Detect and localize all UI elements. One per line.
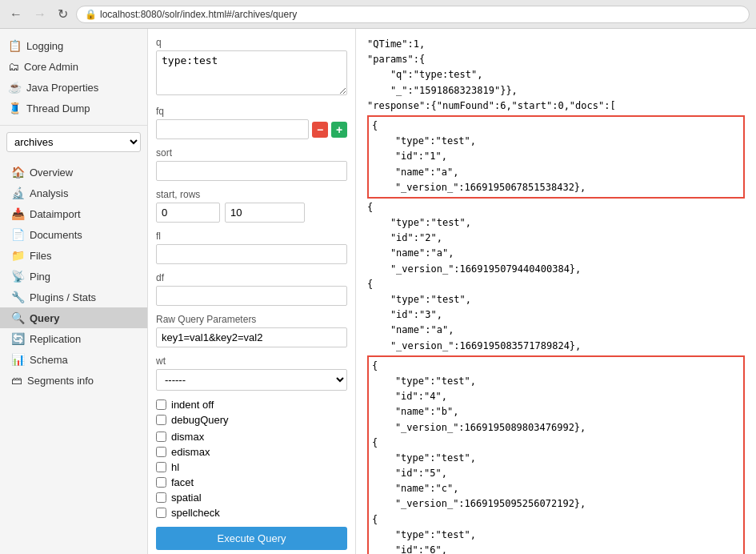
- doc-5: { "type":"test", "id":"5", "name":"c", "…: [372, 436, 740, 512]
- back-button[interactable]: ←: [6, 6, 26, 23]
- sidebar-nav-label: Plugins / Stats: [30, 291, 96, 303]
- files-icon: 📁: [11, 249, 25, 262]
- hl-row: hl: [156, 461, 347, 473]
- reload-button[interactable]: ↻: [54, 5, 71, 23]
- start-rows-group: start, rows: [156, 189, 347, 223]
- sidebar-item-logging[interactable]: 📋 Logging: [0, 35, 147, 56]
- dismax-label: dismax: [171, 431, 204, 443]
- core-select[interactable]: archives: [6, 132, 141, 152]
- dismax-checkbox[interactable]: [156, 432, 166, 442]
- sidebar-nav: 🏠 Overview 🔬 Analysis 📥 Dataimport 📄 Doc…: [0, 159, 147, 394]
- spatial-checkbox[interactable]: [156, 492, 166, 503]
- debug-query-checkbox[interactable]: [156, 415, 166, 425]
- sidebar-item-documents[interactable]: 📄 Documents: [0, 224, 147, 245]
- spellcheck-checkbox[interactable]: [156, 508, 166, 518]
- sidebar-item-replication[interactable]: 🔄 Replication: [0, 328, 147, 349]
- query-panel: q type:test fq − + sort start, rows: [148, 29, 356, 554]
- debug-query-label: debugQuery: [171, 414, 229, 426]
- sort-input[interactable]: [156, 161, 347, 181]
- results-panel: "QTime":1, "params":{ "q":"type:test", "…: [356, 29, 756, 554]
- fq-input[interactable]: [156, 119, 309, 139]
- overview-icon: 🏠: [11, 166, 25, 179]
- start-rows-label: start, rows: [156, 189, 347, 200]
- dismax-row: dismax: [156, 431, 347, 443]
- start-rows-inputs: [156, 203, 347, 223]
- df-label: df: [156, 272, 347, 283]
- fl-input[interactable]: [156, 244, 347, 264]
- plugins-icon: 🔧: [11, 291, 25, 303]
- sidebar-item-overview[interactable]: 🏠 Overview: [0, 162, 147, 183]
- wt-select[interactable]: ------ json xml csv python ruby php phps…: [156, 369, 347, 391]
- fq-add-button[interactable]: +: [331, 122, 347, 138]
- fq-remove-button[interactable]: −: [312, 122, 328, 138]
- sidebar-item-java-properties[interactable]: ☕ Java Properties: [0, 77, 147, 98]
- sidebar-nav-label: Query: [30, 312, 60, 324]
- doc-1-highlighted: { "type":"test", "id":"1", "name":"a", "…: [367, 115, 745, 199]
- sort-group: sort: [156, 147, 347, 181]
- sidebar-nav-label: Segments info: [27, 375, 94, 387]
- sidebar-item-label: Thread Dump: [26, 102, 90, 114]
- sidebar: 📋 Logging 🗂 Core Admin ☕ Java Properties…: [0, 29, 148, 554]
- fq-row: − +: [156, 119, 347, 139]
- sidebar-item-segments-info[interactable]: 🗃 Segments info: [0, 370, 147, 391]
- app-container: 📋 Logging 🗂 Core Admin ☕ Java Properties…: [0, 29, 756, 554]
- sidebar-nav-label: Schema: [30, 354, 68, 366]
- sidebar-item-files[interactable]: 📁 Files: [0, 245, 147, 266]
- forward-button[interactable]: →: [30, 6, 50, 23]
- browser-chrome: ← → ↻ 🔒 localhost:8080/solr/index.html#/…: [0, 0, 756, 29]
- doc-4: { "type":"test", "id":"4", "name":"b", "…: [372, 359, 740, 436]
- spellcheck-row: spellcheck: [156, 507, 347, 519]
- raw-params-label: Raw Query Parameters: [156, 314, 347, 325]
- raw-params-group: Raw Query Parameters: [156, 314, 347, 347]
- sidebar-item-analysis[interactable]: 🔬 Analysis: [0, 183, 147, 203]
- doc-6: { "type":"test", "id":"6", "name":"c", "…: [372, 512, 740, 554]
- documents-icon: 📄: [11, 228, 25, 241]
- indent-off-checkbox[interactable]: [156, 399, 166, 410]
- q-input[interactable]: type:test: [156, 50, 347, 95]
- facet-checkbox[interactable]: [156, 477, 166, 488]
- df-input[interactable]: [156, 286, 347, 306]
- ping-icon: 📡: [11, 270, 25, 283]
- core-admin-icon: 🗂: [8, 60, 19, 73]
- docs-4-6-highlighted: { "type":"test", "id":"4", "name":"b", "…: [367, 355, 745, 554]
- sidebar-nav-label: Files: [30, 250, 51, 262]
- rows-input[interactable]: [225, 203, 305, 223]
- sidebar-item-dataimport[interactable]: 📥 Dataimport: [0, 203, 147, 224]
- raw-params-input[interactable]: [156, 327, 347, 347]
- fl-group: fl: [156, 231, 347, 264]
- sidebar-item-schema[interactable]: 📊 Schema: [0, 349, 147, 370]
- edismax-label: edismax: [171, 446, 210, 458]
- q-label: q: [156, 37, 347, 48]
- execute-query-button[interactable]: Execute Query: [156, 527, 347, 550]
- wt-label: wt: [156, 355, 347, 367]
- replication-icon: 🔄: [11, 332, 25, 345]
- sidebar-item-ping[interactable]: 📡 Ping: [0, 266, 147, 287]
- q-group: q type:test: [156, 37, 347, 98]
- sidebar-nav-label: Analysis: [30, 187, 68, 199]
- fq-group: fq − +: [156, 106, 347, 139]
- debug-query-row: debugQuery: [156, 414, 347, 426]
- wt-group: wt ------ json xml csv python ruby php p…: [156, 355, 347, 391]
- url-bar[interactable]: 🔒 localhost:8080/solr/index.html#/archiv…: [76, 6, 750, 23]
- schema-icon: 📊: [11, 353, 25, 366]
- sidebar-item-query[interactable]: 🔍 Query: [0, 307, 147, 328]
- sidebar-item-label: Logging: [26, 40, 63, 52]
- sidebar-item-core-admin[interactable]: 🗂 Core Admin: [0, 56, 147, 77]
- indent-off-row: indent off: [156, 399, 347, 411]
- hl-label: hl: [171, 461, 179, 473]
- hl-checkbox[interactable]: [156, 462, 166, 472]
- sidebar-nav-label: Ping: [30, 271, 50, 283]
- result-header: "QTime":1, "params":{ "q":"type:test", "…: [367, 37, 745, 554]
- sidebar-nav-label: Documents: [30, 229, 82, 241]
- thread-dump-icon: 🧵: [8, 102, 22, 114]
- spatial-row: spatial: [156, 492, 347, 504]
- sidebar-item-thread-dump[interactable]: 🧵 Thread Dump: [0, 98, 147, 118]
- sidebar-nav-label: Dataimport: [30, 208, 81, 220]
- edismax-checkbox[interactable]: [156, 447, 166, 457]
- sidebar-item-plugins-stats[interactable]: 🔧 Plugins / Stats: [0, 287, 147, 307]
- indent-off-label: indent off: [171, 399, 214, 411]
- top-menu: 📋 Logging 🗂 Core Admin ☕ Java Properties…: [0, 29, 147, 126]
- query-icon: 🔍: [11, 311, 25, 324]
- sidebar-nav-label: Replication: [30, 333, 81, 345]
- start-input[interactable]: [156, 203, 220, 223]
